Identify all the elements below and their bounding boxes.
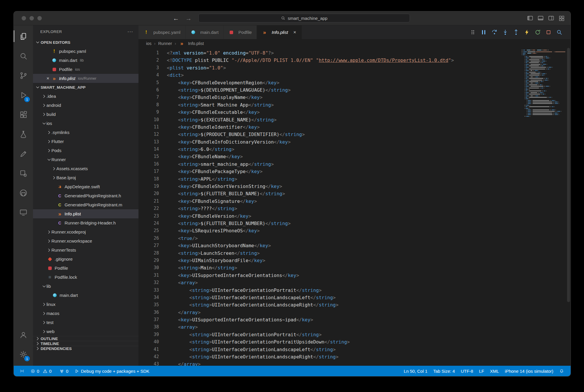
- tree-file-GeneratedPluginRegistrant.h[interactable]: CGeneratedPluginRegistrant.h: [33, 191, 138, 200]
- tree-file-Podfile[interactable]: Podfile: [33, 264, 138, 273]
- line-number[interactable]: 38: [138, 323, 167, 331]
- line-number[interactable]: 20: [138, 190, 167, 197]
- tree-folder-Assets.xcassets[interactable]: Assets.xcassets: [33, 164, 138, 173]
- editor-scrollbar[interactable]: [566, 48, 571, 366]
- tree-folder-Runner.xcworkspace[interactable]: Runner.xcworkspace: [33, 236, 138, 245]
- traffic-minimize-button[interactable]: [30, 16, 34, 20]
- github-icon[interactable]: [14, 183, 33, 203]
- problems[interactable]: 00: [27, 366, 56, 376]
- tree-folder-Pods[interactable]: Pods: [33, 146, 138, 155]
- line-number[interactable]: 37: [138, 316, 167, 323]
- tab-main.dart[interactable]: main.dart: [186, 25, 224, 39]
- section-header-dependencies[interactable]: DEPENDENCIES: [33, 346, 138, 351]
- remote-indicator[interactable]: [17, 366, 27, 376]
- pause-icon[interactable]: [479, 28, 488, 37]
- tree-folder-build[interactable]: build: [33, 110, 138, 119]
- traffic-close-button[interactable]: [22, 16, 26, 20]
- tree-folder-macos[interactable]: macos: [33, 309, 138, 318]
- tree-folder-RunnerTests[interactable]: RunnerTests: [33, 245, 138, 255]
- remote-explorer-icon[interactable]: [14, 203, 33, 222]
- step-over-icon[interactable]: [490, 28, 499, 37]
- line-number[interactable]: 16: [138, 161, 167, 168]
- line-number[interactable]: 13: [138, 138, 167, 146]
- indentation[interactable]: Tab Size: 4: [430, 366, 458, 376]
- encoding[interactable]: UTF-8: [458, 366, 476, 376]
- line-number[interactable]: 22: [138, 205, 167, 212]
- line-number[interactable]: 39: [138, 331, 167, 338]
- flutter-device[interactable]: iPhone 14 (ios simulator): [502, 366, 556, 376]
- more-actions-button[interactable]: ···: [127, 29, 133, 35]
- tab-pubspec.yaml[interactable]: !pubspec.yaml: [138, 25, 186, 39]
- workspace-section-header[interactable]: SMART_MACHINE_APP: [33, 83, 138, 92]
- command-center[interactable]: smart_machine_app: [198, 14, 410, 22]
- testing-icon[interactable]: [14, 124, 33, 144]
- tree-file-Podfile.lock[interactable]: ≡Podfile.lock: [33, 273, 138, 282]
- search-icon[interactable]: [14, 46, 33, 66]
- cursor-position[interactable]: Ln 50, Col 1: [401, 366, 430, 376]
- line-number[interactable]: 12: [138, 131, 167, 138]
- gripper-icon[interactable]: [468, 28, 477, 37]
- back-button[interactable]: ←: [173, 15, 179, 22]
- tree-folder-Flutter[interactable]: Flutter: [33, 137, 138, 146]
- breadcrumb-Info.plist[interactable]: »Info.plist: [179, 41, 204, 46]
- line-number[interactable]: 30: [138, 264, 167, 271]
- line-number[interactable]: 23: [138, 212, 167, 220]
- tree-folder-lib[interactable]: lib: [33, 282, 138, 291]
- traffic-zoom-button[interactable]: [37, 16, 42, 20]
- restart-icon[interactable]: [533, 28, 542, 37]
- line-number[interactable]: 24: [138, 220, 167, 227]
- line-number[interactable]: 1: [138, 49, 167, 57]
- hot-reload-icon[interactable]: [522, 28, 531, 37]
- line-number[interactable]: 28: [138, 250, 167, 257]
- line-number[interactable]: 21: [138, 198, 167, 205]
- project-manager-icon[interactable]: [14, 163, 33, 183]
- line-number[interactable]: 33: [138, 287, 167, 294]
- line-number[interactable]: 36: [138, 309, 167, 316]
- minimap[interactable]: [521, 49, 565, 117]
- run-debug-icon[interactable]: 1: [14, 85, 33, 105]
- line-number[interactable]: 5: [138, 79, 167, 86]
- line-number[interactable]: 29: [138, 257, 167, 264]
- line-number[interactable]: 9: [138, 109, 167, 116]
- section-header-outline[interactable]: OUTLINE: [33, 336, 138, 341]
- layout-panel-icon[interactable]: [538, 15, 544, 21]
- eol[interactable]: LF: [476, 366, 487, 376]
- tree-folder-.symlinks[interactable]: .symlinks: [33, 128, 138, 137]
- stop-icon[interactable]: [544, 28, 553, 37]
- debug-config[interactable]: Debug my code + packages + SDK: [71, 366, 152, 376]
- extensions-icon[interactable]: [14, 105, 33, 124]
- line-number[interactable]: 17: [138, 168, 167, 175]
- tree-file-main.dart[interactable]: main.dart: [33, 291, 138, 300]
- tree-file-Runner-Bridging-Header.h[interactable]: CRunner-Bridging-Header.h: [33, 218, 138, 227]
- line-number[interactable]: 26: [138, 235, 167, 242]
- source-control-icon[interactable]: [14, 66, 33, 85]
- explorer-icon[interactable]: [14, 27, 33, 46]
- tree-file-Info.plist[interactable]: »Info.plist: [33, 209, 138, 218]
- open-editor-item[interactable]: !pubspec.yaml: [33, 47, 138, 56]
- language-mode[interactable]: XML: [487, 366, 502, 376]
- forwarded-ports[interactable]: 0: [56, 366, 71, 376]
- layout-sidebar-icon[interactable]: [527, 15, 533, 21]
- customize-layout-icon[interactable]: [559, 15, 565, 21]
- pencil-icon[interactable]: [14, 144, 33, 163]
- tree-folder-Base.lproj[interactable]: Base.lproj: [33, 173, 138, 182]
- tree-folder-ios[interactable]: ios: [33, 119, 138, 128]
- layout-secondary-sidebar-icon[interactable]: [548, 15, 554, 21]
- line-number[interactable]: 25: [138, 227, 167, 234]
- close-icon[interactable]: ×: [45, 76, 51, 81]
- account-icon[interactable]: [14, 325, 33, 344]
- open-editor-item[interactable]: Podfileios: [33, 65, 138, 74]
- step-out-icon[interactable]: [512, 28, 520, 37]
- open-editor-item[interactable]: main.dartlib: [33, 56, 138, 65]
- line-number[interactable]: 11: [138, 123, 167, 131]
- tree-file-GeneratedPluginRegistrant.m[interactable]: CGeneratedPluginRegistrant.m: [33, 200, 138, 209]
- line-number[interactable]: 27: [138, 242, 167, 249]
- line-number[interactable]: 41: [138, 346, 167, 353]
- tab-Info.plist[interactable]: »Info.plist×: [257, 25, 302, 39]
- tree-file-.gitignore[interactable]: .gitignore: [33, 255, 138, 264]
- tree-folder-test[interactable]: test: [33, 318, 138, 327]
- line-number[interactable]: 18: [138, 175, 167, 183]
- open-editor-item[interactable]: ×»Info.plistios/Runner: [33, 74, 138, 83]
- breadcrumb-Runner[interactable]: Runner: [158, 41, 172, 46]
- tree-folder-Runner.xcodeproj[interactable]: Runner.xcodeproj: [33, 227, 138, 236]
